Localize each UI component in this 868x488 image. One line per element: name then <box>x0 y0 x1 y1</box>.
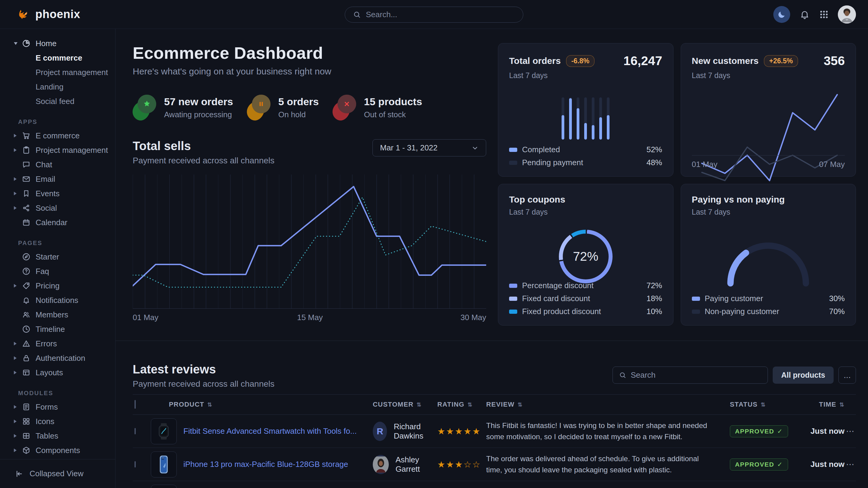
sidebar-item-layouts[interactable]: Layouts <box>0 365 115 380</box>
latest-reviews-section: Latest reviews Payment received across a… <box>116 340 868 488</box>
total-sells-lines <box>133 174 486 308</box>
sidebar-item-components[interactable]: Components <box>0 443 115 458</box>
rating-stars: ★★★★★ <box>437 426 486 436</box>
reviews-search[interactable] <box>613 366 768 384</box>
new-customers-x-axis: 01 May 07 May <box>692 155 845 169</box>
sort-icon[interactable]: ⇅ <box>839 401 844 408</box>
sidebar-item-events[interactable]: Events <box>0 186 115 201</box>
all-products-button[interactable]: All products <box>773 366 834 384</box>
date-range-select[interactable]: Mar 1 - 31, 2022 <box>372 139 486 157</box>
sidebar-item-starter[interactable]: Starter <box>0 250 115 264</box>
sidebar-item-chat[interactable]: Chat <box>0 157 115 172</box>
apps-grid-button[interactable] <box>819 10 829 19</box>
sort-icon[interactable]: ⇅ <box>467 401 473 408</box>
product-thumbnail-iphone[interactable] <box>151 452 177 478</box>
column-customer: CUSTOMER <box>373 400 413 409</box>
x-tick: 30 May <box>461 313 486 322</box>
sidebar-item-email[interactable]: Email <box>0 172 115 186</box>
stat-out-of-stock: 15 products Out of stock <box>333 95 422 121</box>
sidebar-item-social-feed[interactable]: Social feed <box>0 94 115 108</box>
reviews-search-input[interactable] <box>631 370 762 380</box>
order-bar <box>562 97 564 139</box>
sort-icon[interactable]: ⇅ <box>207 401 212 408</box>
sidebar-item-project-management-dashboard[interactable]: Project management <box>0 65 115 79</box>
on-hold-stat-icon <box>247 95 271 121</box>
global-search[interactable] <box>345 7 523 23</box>
search-icon <box>619 371 626 379</box>
sort-icon[interactable]: ⇅ <box>518 401 523 408</box>
row-checkbox[interactable] <box>134 428 136 434</box>
table-icon <box>22 432 31 440</box>
customer-initial-avatar[interactable]: R <box>373 422 387 441</box>
product-thumbnail-smartwatch[interactable] <box>151 418 177 444</box>
user-avatar[interactable] <box>838 5 856 24</box>
caret-right-icon <box>14 371 22 375</box>
new-customers-card: New customers +26.5% 356 Last 7 days 01 … <box>681 43 856 176</box>
product-link[interactable]: Fitbit Sense Advanced Smartwatch with To… <box>183 426 357 436</box>
column-product: PRODUCT <box>169 400 204 409</box>
chevron-down-icon <box>471 144 478 152</box>
sidebar-item-authentication[interactable]: Authentication <box>0 351 115 365</box>
users-icon <box>22 311 31 319</box>
sidebar-item-members[interactable]: Members <box>0 307 115 322</box>
global-search-input[interactable] <box>366 10 515 19</box>
sort-icon[interactable]: ⇅ <box>761 401 766 408</box>
order-bar <box>584 97 587 139</box>
orders-bar-chart <box>509 97 662 139</box>
legend-item: Completed 52% <box>509 145 662 154</box>
sidebar-item-errors[interactable]: Errors <box>0 336 115 351</box>
row-menu-button[interactable]: ⋯ <box>844 459 856 469</box>
moon-icon <box>777 10 786 19</box>
sidebar-item-pricing[interactable]: Pricing <box>0 279 115 293</box>
sidebar-item-notifications[interactable]: Notifications <box>0 293 115 307</box>
sidebar-item-social[interactable]: Social <box>0 201 115 215</box>
order-bar <box>599 97 602 139</box>
navbar-actions <box>773 5 856 24</box>
collapse-sidebar-button[interactable]: Collapsed View <box>0 459 115 488</box>
review-text: This Fitbit is fantastic! I was trying t… <box>486 420 730 443</box>
product-thumbnail[interactable] <box>151 485 177 488</box>
question-circle-icon <box>22 267 31 275</box>
review-time: Just now <box>808 460 844 469</box>
card-title: Total orders <box>509 56 561 66</box>
check-icon: ✓ <box>777 428 783 435</box>
sidebar-item-ecommerce-dashboard[interactable]: E commerce <box>0 51 115 65</box>
card-title: New customers <box>692 56 759 66</box>
page-subtitle: Here's what's going on at your business … <box>133 66 486 76</box>
select-all-checkbox[interactable] <box>134 400 136 409</box>
sidebar-item-faq[interactable]: Faq <box>0 264 115 279</box>
card-period: Last 7 days <box>692 208 845 217</box>
caret-right-icon <box>14 405 22 409</box>
sidebar-item-forms[interactable]: Forms <box>0 400 115 414</box>
avatar-photo <box>838 5 856 24</box>
sidebar-item-project-management-app[interactable]: Project management <box>0 143 115 157</box>
customer-photo-avatar[interactable] <box>373 455 389 474</box>
notifications-button[interactable] <box>799 9 810 20</box>
sidebar-item-tables[interactable]: Tables <box>0 429 115 443</box>
total-sells-title: Total sells <box>133 139 275 153</box>
coupons-donut-chart: 72% <box>559 230 613 283</box>
sidebar-item-home[interactable]: Home <box>0 36 115 51</box>
out-of-stock-stat-icon <box>333 95 356 121</box>
legend-item: Non-paying customer 70% <box>692 307 845 316</box>
sort-icon[interactable]: ⇅ <box>416 401 422 408</box>
brand-logo[interactable]: phoenix <box>17 7 80 22</box>
x-tick: 01 May <box>133 313 158 322</box>
theme-toggle-button[interactable] <box>773 6 790 23</box>
tag-icon <box>22 282 31 290</box>
stat-sublabel: Awating processing <box>164 110 233 119</box>
trend-badge: -6.8% <box>566 55 594 67</box>
sidebar-item-calendar[interactable]: Calendar <box>0 215 115 230</box>
sidebar-item-landing[interactable]: Landing <box>0 79 115 94</box>
product-link[interactable]: iPhone 13 pro max-Pacific Blue-128GB sto… <box>183 460 348 469</box>
reviews-more-button[interactable]: ... <box>838 366 856 384</box>
sidebar-item-icons[interactable]: Icons <box>0 414 115 429</box>
sidebar-item-ecommerce-app[interactable]: E commerce <box>0 128 115 143</box>
row-checkbox[interactable] <box>134 461 136 467</box>
row-menu-button[interactable]: ⋯ <box>844 426 856 436</box>
sidebar-item-timeline[interactable]: Timeline <box>0 322 115 336</box>
top-navbar: phoenix <box>0 0 868 29</box>
legend-chip <box>509 148 517 152</box>
caret-right-icon <box>14 449 22 452</box>
x-tick: 01 May <box>692 160 717 169</box>
